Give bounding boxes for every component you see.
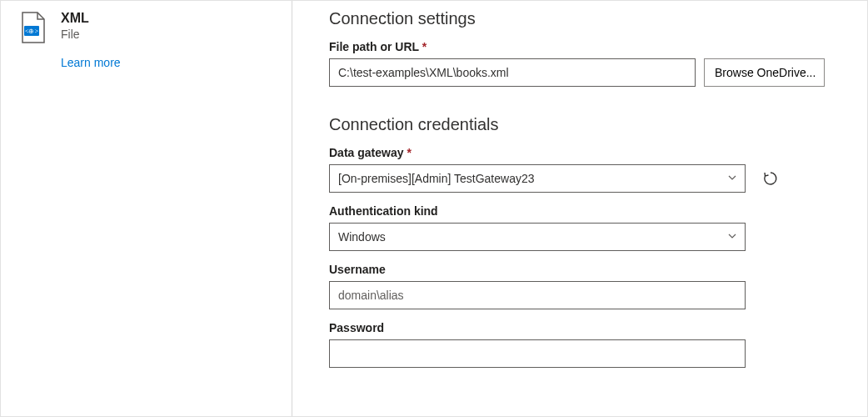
required-asterisk: *: [407, 146, 411, 159]
username-label: Username: [329, 263, 842, 276]
password-input[interactable]: [329, 339, 746, 368]
authentication-kind-select[interactable]: Windows: [329, 223, 746, 251]
filepath-input[interactable]: [329, 58, 696, 87]
section-connection-credentials: Connection credentials: [329, 115, 842, 134]
connector-subtitle: File: [61, 28, 89, 41]
main-panel: Connection settings File path or URL * B…: [292, 1, 867, 416]
username-input[interactable]: [329, 281, 746, 309]
xml-file-icon: <⊕>: [16, 11, 49, 44]
authkind-label: Authentication kind: [329, 204, 842, 218]
connector-header: <⊕> XML File: [16, 11, 277, 44]
browse-onedrive-button[interactable]: Browse OneDrive...: [704, 58, 825, 87]
connector-title: XML: [61, 11, 89, 26]
refresh-icon: [762, 170, 779, 187]
filepath-label: File path or URL *: [329, 40, 842, 53]
refresh-gateway-button[interactable]: [759, 167, 782, 190]
section-connection-settings: Connection settings: [329, 9, 842, 28]
svg-text:<⊕>: <⊕>: [25, 28, 39, 35]
required-asterisk: *: [422, 40, 427, 53]
data-gateway-select[interactable]: [On-premises][Admin] TestGateway23: [329, 164, 746, 193]
password-label: Password: [329, 321, 842, 334]
sidebar: <⊕> XML File Learn more: [1, 1, 292, 416]
gateway-label: Data gateway *: [329, 146, 842, 159]
learn-more-link[interactable]: Learn more: [61, 56, 277, 69]
